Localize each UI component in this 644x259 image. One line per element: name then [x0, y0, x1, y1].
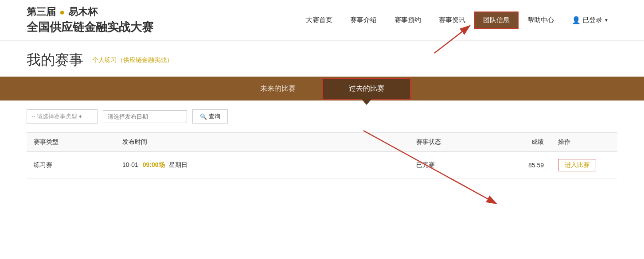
- login-label: 已登录: [582, 16, 602, 24]
- filter-area: -- 请选择赛事类型 ♦ 🔍 查询: [0, 101, 644, 132]
- col-header-date: 发布时间: [115, 133, 409, 152]
- cell-action: 进入比赛: [551, 152, 617, 179]
- logo: 第三届 ● 易木杯 全国供应链金融实战大赛: [27, 5, 153, 35]
- nav-item-help[interactable]: 帮助中心: [519, 12, 563, 29]
- cell-score: 85.59: [498, 152, 551, 179]
- cell-date: 10-01 09:00场 星期日: [115, 152, 409, 179]
- filter-type-select[interactable]: -- 请选择赛事类型 ♦: [27, 109, 98, 124]
- date-value: 10-01: [122, 161, 138, 168]
- tab-active-arrow: [361, 99, 372, 105]
- col-header-type: 赛事类型: [27, 133, 115, 152]
- page-title: 我的赛事: [27, 50, 83, 70]
- logo-title-suffix: 易木杯: [68, 5, 98, 19]
- nav-item-intro[interactable]: 赛事介绍: [341, 12, 386, 29]
- search-label: 查询: [209, 112, 220, 120]
- user-icon: 👤: [572, 16, 581, 24]
- weekday-value: 星期日: [169, 161, 187, 168]
- dropdown-icon: ▼: [604, 18, 609, 23]
- tab-past[interactable]: 过去的比赛: [322, 78, 411, 100]
- time-value: 09:00场: [143, 161, 165, 168]
- nav-item-reservation[interactable]: 赛事预约: [386, 12, 430, 29]
- cell-type: 练习赛: [27, 152, 115, 179]
- logo-line1: 第三届 ● 易木杯: [27, 5, 153, 19]
- tab-future[interactable]: 未来的比赛: [234, 78, 322, 100]
- page-title-area: 我的赛事 个人练习（供应链金融实战）: [0, 41, 644, 77]
- nav-login[interactable]: 👤 已登录 ▼: [563, 12, 617, 29]
- filter-type-placeholder: -- 请选择赛事类型 ♦: [31, 112, 82, 120]
- col-header-score: 成绩: [498, 133, 551, 152]
- logo-title-prefix: 第三届: [27, 5, 56, 19]
- logo-line2: 全国供应链金融实战大赛: [27, 19, 153, 35]
- search-icon: 🔍: [200, 113, 207, 120]
- table-area: 赛事类型 发布时间 赛事状态 成绩 操作 练习赛 10-01 09:00场 星期…: [0, 132, 644, 179]
- logo-coin-icon: ●: [59, 7, 65, 17]
- nav-item-team[interactable]: 团队信息: [474, 12, 519, 29]
- page-subtitle: 个人练习（供应链金融实战）: [92, 56, 173, 64]
- cell-status: 已完赛: [409, 152, 498, 179]
- nav: 大赛首页 赛事介绍 赛事预约 赛事资讯 团队信息 帮助中心 👤 已登录 ▼: [297, 12, 617, 29]
- nav-item-home[interactable]: 大赛首页: [297, 12, 341, 29]
- table-row: 练习赛 10-01 09:00场 星期日 已完赛 85.59 进入比赛: [27, 152, 617, 179]
- nav-item-news[interactable]: 赛事资讯: [430, 12, 474, 29]
- filter-date-input[interactable]: [103, 110, 187, 123]
- enter-competition-button[interactable]: 进入比赛: [558, 159, 596, 171]
- col-header-status: 赛事状态: [409, 133, 498, 152]
- tabs-bar: 未来的比赛 过去的比赛: [0, 77, 644, 101]
- search-button[interactable]: 🔍 查询: [192, 109, 228, 124]
- header: 第三届 ● 易木杯 全国供应链金融实战大赛 大赛首页 赛事介绍 赛事预约 赛事资…: [0, 0, 644, 41]
- col-header-action: 操作: [551, 133, 617, 152]
